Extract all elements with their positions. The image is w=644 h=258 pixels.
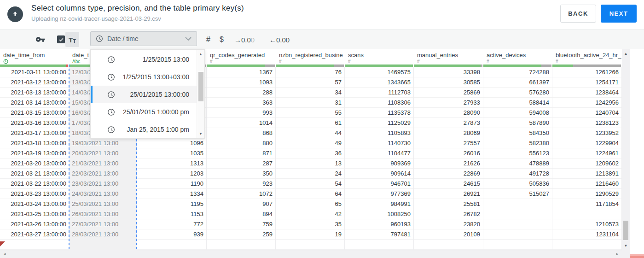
table-cell[interactable]: 868 xyxy=(207,128,276,138)
table-cell[interactable]: 2021-03-14 13:00:00 xyxy=(0,98,69,108)
table-cell[interactable]: 1367 xyxy=(207,67,276,77)
table-cell[interactable]: 880 xyxy=(207,138,276,148)
type-format-option[interactable]: 25/01/2015 13:00:00 xyxy=(91,86,197,103)
checked-checkbox[interactable] xyxy=(57,35,65,43)
table-cell[interactable] xyxy=(345,240,414,250)
table-cell[interactable]: 55 xyxy=(276,108,345,118)
table-cell[interactable]: 20109 xyxy=(414,229,483,240)
table-cell[interactable]: 1190 xyxy=(138,179,207,189)
table-cell[interactable]: 1231104 xyxy=(552,229,622,240)
popup-scrollbar-thumb[interactable] xyxy=(198,72,203,101)
primary-key-icon[interactable] xyxy=(35,35,45,44)
table-cell[interactable]: 1224961 xyxy=(552,148,622,158)
table-cell[interactable]: 1105893 xyxy=(345,128,414,138)
table-cell[interactable]: 993 xyxy=(207,108,276,118)
table-cell[interactable]: 556123 xyxy=(483,148,552,158)
table-cell[interactable]: 44 xyxy=(276,128,345,138)
table-cell[interactable]: 22869 xyxy=(414,169,483,179)
table-cell[interactable]: 2021-03-26 13:00:00 xyxy=(0,219,69,229)
table-cell[interactable]: 923 xyxy=(207,179,276,189)
table-cell[interactable]: 1008250 xyxy=(345,209,414,219)
column-header-nzbn_registered_busine[interactable]: nzbn_registered_busine# xyxy=(276,49,345,64)
table-cell[interactable]: 2021-03-22 13:00:00 xyxy=(0,179,69,189)
table-cell[interactable]: 28069 xyxy=(414,128,483,138)
currency-type-icon[interactable]: $ xyxy=(220,29,224,50)
table-cell[interactable]: 505836 xyxy=(483,179,552,189)
table-cell[interactable]: 34 xyxy=(276,88,345,98)
type-format-option[interactable]: 1/25/2015 13:00 xyxy=(91,51,197,68)
back-button[interactable]: BACK xyxy=(560,5,596,23)
table-cell[interactable]: 1096 xyxy=(138,138,207,148)
table-cell[interactable]: 1313 xyxy=(138,158,207,169)
table-cell[interactable]: 1210573 xyxy=(552,219,622,229)
table-cell[interactable]: 21626 xyxy=(414,158,483,169)
type-format-option[interactable]: 1/25/2015 13:00+03:00 xyxy=(91,68,197,86)
table-cell[interactable]: 1233952 xyxy=(552,128,622,138)
scroll-right-arrow[interactable]: ► xyxy=(615,252,619,256)
table-cell[interactable]: 19/03/2021 13:00 xyxy=(69,138,138,148)
column-header-bluetooth_active_24_hr_[interactable]: bluetooth_active_24_hr_# xyxy=(552,49,622,64)
table-cell[interactable]: 1238123 xyxy=(552,118,622,128)
table-cell[interactable]: 25581 xyxy=(414,199,483,209)
table-cell[interactable]: 772 xyxy=(138,219,207,229)
table-cell[interactable]: 1195 xyxy=(138,199,207,209)
table-cell[interactable]: 907 xyxy=(207,199,276,209)
table-cell[interactable]: 2021-03-18 13:00:00 xyxy=(0,138,69,148)
table-cell[interactable]: 1213891 xyxy=(552,169,622,179)
table-cell[interactable] xyxy=(138,240,207,250)
table-cell[interactable]: 287 xyxy=(207,158,276,169)
table-cell[interactable]: 26782 xyxy=(414,209,483,219)
table-cell[interactable]: 1238464 xyxy=(552,88,622,98)
table-cell[interactable] xyxy=(483,209,552,219)
table-cell[interactable]: 25869 xyxy=(414,88,483,98)
table-cell[interactable]: 36 xyxy=(276,148,345,158)
table-cell[interactable]: 24 xyxy=(276,169,345,179)
table-cell[interactable]: 350 xyxy=(207,169,276,179)
column-header-date_time_from[interactable]: date_time_from xyxy=(0,49,69,64)
table-cell[interactable]: 1469575 xyxy=(345,67,414,77)
number-type-icon[interactable]: # xyxy=(206,29,210,50)
table-cell[interactable] xyxy=(414,240,483,250)
table-cell[interactable]: 20/03/2021 13:00 xyxy=(69,148,138,158)
table-cell[interactable]: 1216460 xyxy=(552,179,622,189)
column-header-active_devices[interactable]: active_devices# xyxy=(483,49,552,64)
table-cell[interactable]: 24/03/2021 13:00 xyxy=(69,189,138,199)
table-cell[interactable]: 2021-03-20 13:00:00 xyxy=(0,158,69,169)
table-cell[interactable]: 30585 xyxy=(414,77,483,88)
column-header-manual_entries[interactable]: manual_entries# xyxy=(414,49,483,64)
table-cell[interactable]: 23/03/2021 13:00 xyxy=(69,179,138,189)
table-cell[interactable]: 894 xyxy=(207,209,276,219)
scroll-down-arrow[interactable]: ▼ xyxy=(622,244,630,248)
table-cell[interactable] xyxy=(483,240,552,250)
table-cell[interactable]: 909614 xyxy=(345,169,414,179)
table-cell[interactable]: 61 xyxy=(276,118,345,128)
table-cell[interactable] xyxy=(0,240,69,250)
table-cell[interactable]: 49 xyxy=(276,138,345,148)
column-type-select[interactable]: Date / time xyxy=(90,31,197,46)
table-cell[interactable]: 76 xyxy=(276,67,345,77)
table-cell[interactable]: 1035 xyxy=(138,148,207,158)
table-cell[interactable]: 588414 xyxy=(483,98,552,108)
table-cell[interactable]: 31 xyxy=(276,98,345,108)
column-header-qr_codes_generated[interactable]: qr_codes_generated# xyxy=(207,49,276,64)
table-cell[interactable]: 64 xyxy=(276,189,345,199)
table-cell[interactable]: 2021-03-15 13:00:00 xyxy=(0,108,69,118)
table-cell[interactable]: 22/03/2021 13:00 xyxy=(69,169,138,179)
table-cell[interactable]: 2021-03-21 13:00:00 xyxy=(0,169,69,179)
increase-decimal-button[interactable]: →0.00 xyxy=(234,29,255,50)
table-cell[interactable]: 1334 xyxy=(138,189,207,199)
table-cell[interactable]: 2021-03-27 13:00:00 xyxy=(0,229,69,240)
table-cell[interactable]: 1261266 xyxy=(552,67,622,77)
table-cell[interactable]: 909369 xyxy=(345,158,414,169)
table-cell[interactable]: 491728 xyxy=(483,169,552,179)
scroll-up-arrow[interactable]: ▲ xyxy=(622,52,630,56)
table-cell[interactable]: 2021-03-19 13:00:00 xyxy=(0,148,69,158)
table-cell[interactable]: 1254171 xyxy=(552,77,622,88)
table-cell[interactable]: 871 xyxy=(207,148,276,158)
table-cell[interactable]: 939 xyxy=(138,229,207,240)
table-cell[interactable] xyxy=(552,240,622,250)
table-cell[interactable] xyxy=(276,240,345,250)
table-cell[interactable] xyxy=(483,199,552,209)
table-cell[interactable]: 977369 xyxy=(345,189,414,199)
table-cell[interactable]: 27/03/2021 13:00 xyxy=(69,219,138,229)
